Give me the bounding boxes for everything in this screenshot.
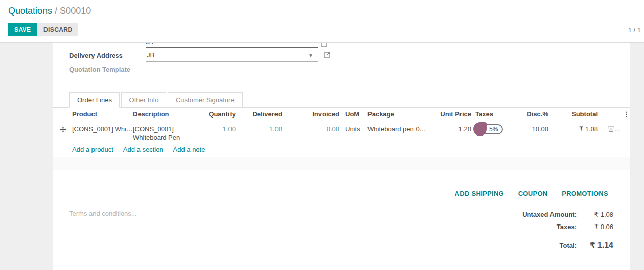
terms-underline [69, 233, 405, 233]
delivery-address-field[interactable]: JB ▼ [146, 50, 318, 62]
terms-and-conditions-input[interactable]: Terms and conditions... [69, 210, 137, 217]
total-value: ₹ 1.14 [582, 240, 613, 252]
order-action-buttons: ADD SHIPPING COUPON PROMOTIONS [443, 190, 608, 197]
column-header-invoiced[interactable]: Invoiced [282, 108, 340, 121]
add-a-product-link[interactable]: Add a product [72, 146, 113, 153]
coupon-button[interactable]: COUPON [518, 190, 548, 197]
notebook-tabs: Order Lines Other Info Customer Signatur… [53, 92, 630, 108]
cell-delivered[interactable]: 1.00 [237, 121, 282, 145]
content-area: JB Delivery Address JB ▼ Quotation Templ… [0, 43, 644, 270]
pager[interactable]: 1 / 1 [628, 26, 641, 34]
partial-field-value: JB [146, 43, 318, 46]
form-sheet: JB Delivery Address JB ▼ Quotation Templ… [53, 43, 630, 270]
total-label: Total: [512, 240, 582, 252]
tab-other-info[interactable]: Other Info [121, 92, 167, 108]
add-a-section-link[interactable]: Add a section [123, 146, 163, 153]
cell-subtotal[interactable]: ₹ 1.08 [553, 121, 606, 145]
optional-columns-toggle-icon[interactable]: ⋮ [623, 110, 630, 118]
handle-column-header [53, 108, 72, 121]
cell-taxes[interactable]: 5% [472, 121, 512, 145]
cell-invoiced[interactable]: 0.00 [282, 121, 340, 145]
quotation-template-label: Quotation Template [69, 66, 130, 73]
trash-column-header [606, 108, 623, 121]
cell-description[interactable]: [CONS_0001] Whiteboard Pen [133, 121, 201, 145]
column-header-disc[interactable]: Disc.% [512, 108, 553, 121]
drag-handle-icon[interactable] [53, 121, 72, 145]
table-row[interactable]: [CONS_0001] Whi… [CONS_0001] Whiteboard … [53, 121, 630, 145]
breadcrumb-separator: / [55, 6, 60, 16]
save-button[interactable]: SAVE [8, 23, 37, 36]
internal-link-icon[interactable] [321, 43, 328, 47]
cell-uom[interactable]: Units [340, 121, 363, 145]
column-header-quantity[interactable]: Quantity [201, 108, 237, 121]
cell-quantity[interactable]: 1.00 [201, 121, 237, 145]
column-header-unit-price[interactable]: Unit Price [431, 108, 472, 121]
delivery-address-value: JB [147, 51, 154, 59]
breadcrumb: Quotations / S00010 [8, 6, 91, 16]
cell-package[interactable]: Whiteboard pen 0… [363, 121, 431, 145]
tab-customer-signature[interactable]: Customer Signature [168, 92, 243, 108]
tax-tag-color-dot[interactable] [473, 122, 487, 136]
column-header-uom[interactable]: UoM [340, 108, 363, 121]
order-lines-table: Product Description Quantity Delivered I… [53, 108, 630, 145]
untaxed-amount-label: Untaxed Amount: [512, 211, 582, 223]
column-header-product[interactable]: Product [72, 108, 133, 121]
untaxed-amount-value: ₹ 1.08 [582, 211, 613, 223]
column-header-taxes[interactable]: Taxes [472, 108, 512, 121]
chevron-down-icon[interactable]: ▼ [308, 53, 313, 58]
partial-field[interactable]: JB [146, 43, 318, 48]
taxes-value: ₹ 0.06 [582, 223, 613, 235]
column-header-delivered[interactable]: Delivered [237, 108, 282, 121]
list-add-links: Add a product Add a section Add a note [72, 146, 213, 153]
add-shipping-button[interactable]: ADD SHIPPING [455, 190, 504, 197]
cell-product[interactable]: [CONS_0001] Whi… [72, 121, 133, 145]
column-header-description[interactable]: Description [133, 108, 201, 121]
empty-row-stripe [53, 157, 630, 170]
taxes-label: Taxes: [512, 223, 582, 235]
totals-summary: Untaxed Amount: ₹ 1.08 Taxes: ₹ 0.06 Tot… [512, 206, 613, 252]
internal-link-icon[interactable] [324, 51, 331, 58]
column-header-package[interactable]: Package [363, 108, 431, 121]
column-header-subtotal[interactable]: Subtotal [553, 108, 606, 121]
table-header-row: Product Description Quantity Delivered I… [53, 108, 630, 121]
totals-divider [512, 237, 613, 237]
promotions-button[interactable]: PROMOTIONS [562, 190, 608, 197]
tab-order-lines[interactable]: Order Lines [69, 92, 120, 108]
cell-disc[interactable]: 10.00 [512, 121, 553, 145]
discard-button[interactable]: DISCARD [37, 23, 78, 36]
breadcrumb-quotations-link[interactable]: Quotations [8, 6, 52, 16]
control-panel: Quotations / S00010 SAVE DISCARD 1 / 1 [0, 0, 644, 43]
delivery-address-label: Delivery Address [69, 52, 123, 59]
add-a-note-link[interactable]: Add a note [173, 146, 205, 153]
breadcrumb-current: S00010 [60, 6, 91, 16]
delete-row-icon[interactable]: … [606, 121, 623, 145]
cell-unit-price[interactable]: 1.20 [431, 121, 472, 145]
